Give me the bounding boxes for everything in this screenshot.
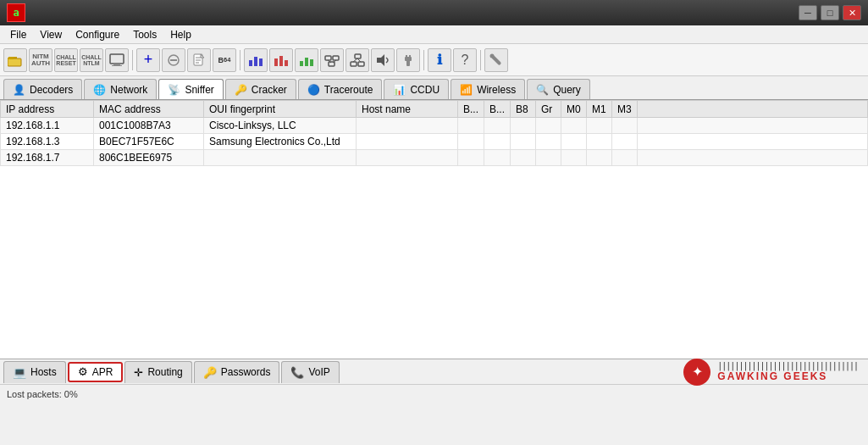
minimize-button[interactable]: ─ xyxy=(799,5,817,20)
toolbar-add[interactable]: + xyxy=(136,48,160,72)
restore-button[interactable]: □ xyxy=(821,5,839,20)
status-tabs-bar: 💻 Hosts ⚙ APR ✛ Routing 🔑 Passwords 📞 Vo… xyxy=(0,359,868,384)
tab-sniffer-label: Sniffer xyxy=(185,84,213,96)
table-row[interactable]: 192.168.1.1001C1008B7A3Cisco-Linksys, LL… xyxy=(1,118,868,134)
col-header-mac[interactable]: MAC address xyxy=(94,101,204,118)
toolbar-chart3[interactable] xyxy=(295,48,318,72)
lost-packets-label: Lost packets: 0% xyxy=(7,389,78,399)
table-cell-4 xyxy=(458,134,484,150)
toolbar-chart1[interactable] xyxy=(244,48,268,72)
menu-file[interactable]: File xyxy=(3,27,33,42)
svg-rect-18 xyxy=(285,60,288,66)
table-cell-9 xyxy=(587,150,612,166)
hosts-table: IP address MAC address OUI fingerprint H… xyxy=(0,100,868,166)
table-cell-8 xyxy=(561,134,587,150)
status-tab-passwords[interactable]: 🔑 Passwords xyxy=(194,361,280,383)
table-cell-3 xyxy=(357,150,458,166)
toolbar-chall1[interactable]: CHALL RESET xyxy=(54,48,78,72)
col-header-m3[interactable]: M3 xyxy=(612,101,638,118)
toolbar-chall2[interactable]: CHALL NTLM xyxy=(80,48,103,72)
routing-tab-icon: ✛ xyxy=(134,366,143,379)
table-cell-7 xyxy=(536,118,561,134)
tab-decoders[interactable]: 👤 Decoders xyxy=(3,79,82,99)
status-tab-hosts[interactable]: 💻 Hosts xyxy=(3,361,66,383)
toolbar-plug[interactable] xyxy=(396,48,420,72)
menu-configure[interactable]: Configure xyxy=(69,27,126,42)
svg-point-38 xyxy=(490,53,495,58)
tab-network[interactable]: 🌐 Network xyxy=(84,79,157,99)
toolbar-remove[interactable] xyxy=(162,48,185,72)
toolbar-audio[interactable] xyxy=(371,48,395,72)
col-header-b1[interactable]: B... xyxy=(458,101,484,118)
toolbar-doc[interactable] xyxy=(187,48,211,72)
toolbar-nitm[interactable]: NITM AUTH xyxy=(29,48,53,72)
tab-wireless[interactable]: 📶 Wireless xyxy=(451,79,525,99)
tab-traceroute[interactable]: 🔵 Traceroute xyxy=(298,79,383,99)
table-cell-0: 192.168.1.3 xyxy=(1,134,94,150)
wireless-icon: 📶 xyxy=(460,84,473,96)
col-header-ip[interactable]: IP address xyxy=(1,101,94,118)
svg-rect-14 xyxy=(254,57,257,66)
svg-rect-2 xyxy=(8,58,14,59)
table-cell-2 xyxy=(204,150,357,166)
table-row[interactable]: 192.168.1.3B0EC71F57E6CSamsung Electroni… xyxy=(1,134,868,150)
tab-ccdu[interactable]: 📊 CCDU xyxy=(384,79,449,99)
svg-rect-4 xyxy=(113,64,120,65)
traceroute-icon: 🔵 xyxy=(307,84,320,96)
status-tab-hosts-label: Hosts xyxy=(30,366,57,378)
toolbar-chart2[interactable] xyxy=(269,48,293,72)
toolbar-info[interactable]: ℹ xyxy=(428,48,451,72)
table-cell-1: 806C1BEE6975 xyxy=(94,150,204,166)
tab-query[interactable]: 🔍 Query xyxy=(527,79,590,99)
status-tab-voip[interactable]: 📞 VoIP xyxy=(281,361,339,383)
tabs-bar: 👤 Decoders 🌐 Network 📡 Sniffer 🔑 Cracker… xyxy=(0,76,868,100)
col-header-oui[interactable]: OUI fingerprint xyxy=(204,101,357,118)
col-header-host[interactable]: Host name xyxy=(357,101,458,118)
svg-rect-19 xyxy=(300,61,303,66)
table-cell-11 xyxy=(638,150,868,166)
toolbar-help[interactable]: ? xyxy=(453,48,477,72)
svg-rect-15 xyxy=(259,58,263,66)
menu-help[interactable]: Help xyxy=(163,27,198,42)
status-tab-routing[interactable]: ✛ Routing xyxy=(124,361,191,383)
status-tab-passwords-label: Passwords xyxy=(221,366,271,378)
tab-sniffer[interactable]: 📡 Sniffer xyxy=(158,79,223,99)
toolbar-open[interactable] xyxy=(3,48,27,72)
table-cell-4 xyxy=(458,150,484,166)
col-header-b2[interactable]: B... xyxy=(484,101,511,118)
toolbar-b64[interactable]: B64 xyxy=(213,48,236,72)
tab-network-label: Network xyxy=(110,84,147,96)
col-header-gr[interactable]: Gr xyxy=(536,101,561,118)
menu-tools[interactable]: Tools xyxy=(126,27,163,42)
tab-cracker[interactable]: 🔑 Cracker xyxy=(225,79,296,99)
table-cell-7 xyxy=(536,150,561,166)
table-cell-11 xyxy=(638,134,868,150)
table-cell-6 xyxy=(511,150,536,166)
menu-view[interactable]: View xyxy=(33,27,69,42)
svg-rect-21 xyxy=(310,59,313,66)
svg-rect-20 xyxy=(305,58,308,66)
close-button[interactable]: ✕ xyxy=(843,5,861,20)
table-cell-5 xyxy=(484,150,511,166)
status-tab-voip-label: VoIP xyxy=(308,366,329,378)
table-row[interactable]: 192.168.1.7806C1BEE6975 xyxy=(1,150,868,166)
svg-rect-1 xyxy=(8,58,21,66)
table-cell-5 xyxy=(484,118,511,134)
table-cell-9 xyxy=(587,118,612,134)
col-header-m0[interactable]: M0 xyxy=(561,101,587,118)
toolbar-net1[interactable] xyxy=(320,48,344,72)
status-tab-apr[interactable]: ⚙ APR xyxy=(68,362,124,382)
app-icon: a xyxy=(7,3,25,22)
toolbar-wrench[interactable] xyxy=(484,48,508,72)
svg-rect-5 xyxy=(112,65,122,66)
col-header-m1[interactable]: M1 xyxy=(587,101,612,118)
passwords-tab-icon: 🔑 xyxy=(203,366,217,379)
toolbar-net2[interactable] xyxy=(346,48,369,72)
svg-rect-28 xyxy=(351,62,357,66)
watermark-barcode: ||||||||||||||||||||||||||||||||| xyxy=(717,361,858,370)
bottom-bar: Lost packets: 0% xyxy=(0,384,868,403)
toolbar-monitor[interactable] xyxy=(105,48,129,72)
svg-rect-16 xyxy=(274,58,278,66)
main-content-area: IP address MAC address OUI fingerprint H… xyxy=(0,100,868,359)
col-header-b8[interactable]: B8 xyxy=(511,101,536,118)
